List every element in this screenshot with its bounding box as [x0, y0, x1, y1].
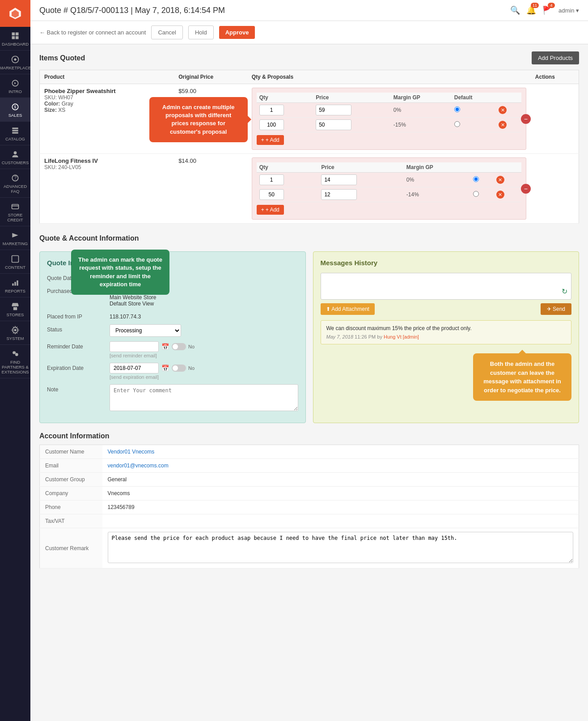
refresh-icon[interactable]: ↻	[562, 287, 567, 296]
svg-rect-22	[14, 282, 16, 285]
phone-value: 123456789	[102, 500, 579, 514]
sidebar-item-dashboard[interactable]: DASHBOARD	[0, 27, 30, 51]
add-products-button[interactable]: Add Products	[532, 51, 579, 64]
proposals-table-2: Qty Price Margin GP	[257, 162, 521, 202]
note-textarea[interactable]	[110, 384, 298, 411]
plus-icon-1: +	[261, 137, 264, 143]
remove-section-button-1[interactable]: −	[521, 114, 531, 124]
table-row: Phoebe Zipper Sweatshirt SKU: WH07 Color…	[40, 84, 579, 154]
account-row-company: Company Vnecoms	[40, 487, 579, 500]
prop-col-qty: Qty	[257, 93, 313, 103]
account-row-phone: Phone 123456789	[40, 500, 579, 514]
sidebar-label-stores: STORES	[7, 312, 24, 317]
notifications-icon[interactable]: 🔔 11	[526, 5, 536, 15]
reminder-toggle: No	[172, 343, 195, 350]
proposal-row: -14% ✕	[257, 187, 521, 202]
svg-point-11	[14, 151, 17, 154]
add-proposal-button-2[interactable]: + + Add	[257, 205, 284, 215]
messages-icon[interactable]: 🚩 4	[542, 5, 552, 15]
customer-remark-textarea[interactable]: Please send the price for each product a…	[108, 532, 574, 563]
qty-input-1-0[interactable]	[259, 105, 284, 115]
sidebar-item-reports[interactable]: REPORTS	[0, 274, 30, 297]
reminder-toggle-switch[interactable]	[172, 343, 186, 350]
sidebar-label-sales: SALES	[8, 113, 22, 118]
price-input-2-1[interactable]	[321, 189, 357, 200]
account-row-customer-group: Customer Group General	[40, 473, 579, 487]
default-radio-2-1[interactable]	[473, 191, 479, 197]
default-radio-1-1[interactable]	[454, 121, 460, 127]
sidebar-item-catalog[interactable]: CATALOG	[0, 122, 30, 145]
admin-menu[interactable]: admin ▾	[558, 7, 579, 14]
default-radio-2-0[interactable]	[473, 176, 479, 182]
calendar-icon-expiration[interactable]: 📅	[161, 365, 169, 372]
price-input-2-0[interactable]	[321, 174, 357, 185]
sidebar-item-store-credit[interactable]: STORE CREDIT	[0, 198, 30, 226]
sidebar-item-marketing[interactable]: MARKETING	[0, 226, 30, 250]
search-icon[interactable]: 🔍	[510, 5, 520, 15]
proposals-cell-1: Admin can create multiple proposals with…	[247, 84, 531, 154]
back-link[interactable]: ← Back to register or connect an account	[39, 29, 146, 36]
add-attachment-button[interactable]: ⬆ Add Attachment	[321, 303, 375, 315]
sidebar-label-marketing: MARKETING	[3, 241, 28, 246]
callout-red: Admin can create multiple proposals with…	[149, 97, 248, 142]
remove-section-button-2[interactable]: −	[521, 184, 531, 194]
remove-row-button-2-1[interactable]: ✕	[496, 191, 504, 199]
header-actions: 🔍 🔔 11 🚩 4 admin ▾	[510, 5, 579, 15]
reminder-date-input[interactable]	[110, 341, 159, 352]
account-table: Customer Name Vendor01 Vnecoms Email ven…	[39, 445, 579, 568]
customer-name-value[interactable]: Vendor01 Vnecoms	[108, 449, 155, 455]
account-row-tax-vat: Tax/VAT	[40, 514, 579, 528]
messages-actions: ⬆ Add Attachment ✈ Send	[321, 303, 572, 315]
items-quoted-header: Items Quoted Add Products	[39, 51, 579, 64]
sidebar-item-intro[interactable]: INTRO	[0, 74, 30, 98]
price-input-1-1[interactable]	[316, 119, 351, 130]
send-button[interactable]: ✈ Send	[541, 303, 571, 315]
account-section-title: Account Information	[39, 432, 579, 440]
margin-gp-2-1: -14%	[404, 187, 470, 202]
qty-input-2-1[interactable]	[259, 189, 284, 200]
account-row-email: Email vendor01@vnecoms.com	[40, 459, 579, 473]
expiration-toggle-switch[interactable]	[172, 365, 186, 372]
sidebar-item-advanced-faq[interactable]: ? ADVANCED FAQ	[0, 169, 30, 198]
remove-row-button-1-1[interactable]: ✕	[499, 121, 507, 129]
email-label: Email	[40, 459, 102, 473]
sidebar-item-customers[interactable]: CUSTOMERS	[0, 145, 30, 169]
svg-rect-23	[17, 280, 18, 286]
status-select[interactable]: Pending Processing Approved Closed	[110, 324, 181, 337]
placed-from-ip-value: 118.107.74.3	[110, 311, 141, 320]
sidebar-item-content[interactable]: CONTENT	[0, 250, 30, 274]
table-row: LifeLong Fitness IV SKU: 240-LV05 The ad…	[40, 154, 579, 224]
product-name-1: Phoebe Zipper Sweatshirt	[44, 88, 169, 94]
sidebar-item-system[interactable]: SYSTEM	[0, 321, 30, 345]
expiration-date-wrap: 📅 No [send expiration email]	[110, 363, 195, 380]
placed-from-ip-label: Placed from IP	[47, 311, 105, 320]
sidebar-item-find-partners[interactable]: FIND PARTNERS & EXTENSIONS	[0, 345, 30, 378]
remove-row-button-2-0[interactable]: ✕	[496, 176, 504, 184]
price-input-1-0[interactable]	[316, 105, 351, 115]
cancel-button[interactable]: Cancel	[151, 25, 182, 39]
reminder-send-text: [send reminder email]	[110, 353, 195, 358]
qty-input-2-0[interactable]	[259, 174, 284, 185]
sidebar-item-marketplace[interactable]: MARKETPLACE	[0, 51, 30, 74]
proposal-row: -15% ✕	[257, 118, 521, 132]
expiration-date-input[interactable]	[110, 363, 159, 373]
messages-input-area[interactable]: ↻	[321, 273, 572, 300]
calendar-icon-reminder[interactable]: 📅	[161, 343, 169, 350]
hold-button[interactable]: Hold	[188, 25, 214, 39]
sidebar-item-sales[interactable]: $ SALES	[0, 98, 30, 122]
svg-rect-17	[12, 256, 19, 263]
approve-button[interactable]: Approve	[219, 26, 255, 39]
remove-row-button-1-0[interactable]: ✕	[499, 106, 507, 114]
add-proposal-button-1[interactable]: + + Add	[257, 135, 284, 145]
email-value[interactable]: vendor01@vnecoms.com	[108, 462, 169, 469]
customer-group-label: Customer Group	[40, 473, 102, 487]
default-radio-1-0[interactable]	[454, 106, 460, 112]
page-header: Quote # Q18/5/7-000113 | May 7, 2018, 6:…	[30, 0, 588, 21]
qty-input-1-1[interactable]	[259, 119, 284, 130]
sidebar-label-system: SYSTEM	[6, 336, 24, 341]
sidebar-item-stores[interactable]: STORES	[0, 297, 30, 321]
sidebar-logo[interactable]	[0, 0, 30, 27]
sidebar-label-store-credit: STORE CREDIT	[2, 212, 29, 222]
customer-group-value: General	[102, 473, 579, 487]
product-cell-2: LifeLong Fitness IV SKU: 240-LV05 The ad…	[40, 154, 174, 224]
